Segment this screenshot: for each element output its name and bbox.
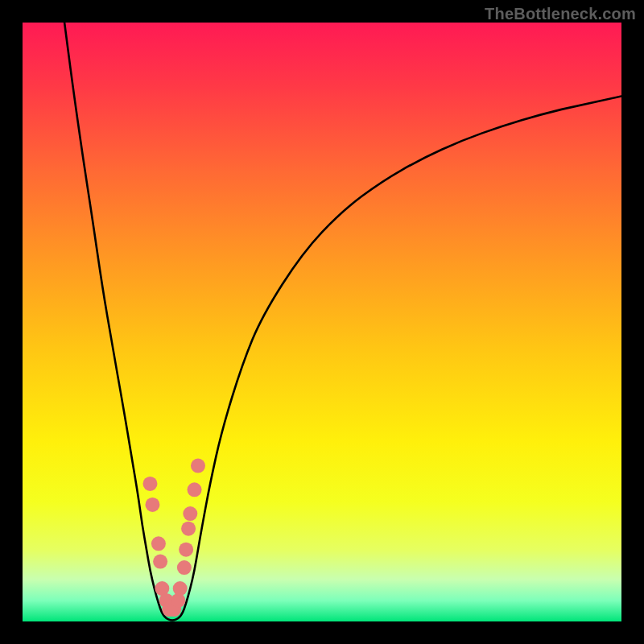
watermark-text: TheBottleneck.com xyxy=(485,5,636,23)
marker-dot xyxy=(191,459,205,473)
marker-dot xyxy=(181,522,196,536)
marker-dot xyxy=(173,581,188,596)
marker-dot xyxy=(179,543,193,557)
marker-dot xyxy=(151,536,166,551)
chart-svg xyxy=(23,23,621,621)
marker-dot xyxy=(177,560,192,575)
marker-dot xyxy=(142,477,157,491)
plot-area xyxy=(23,23,621,621)
marker-dot xyxy=(183,506,197,521)
marker-dot xyxy=(145,497,159,512)
marker-dot xyxy=(153,555,167,569)
marker-dot xyxy=(188,482,202,497)
gradient-background xyxy=(23,23,621,621)
chart-frame: TheBottleneck.com xyxy=(0,0,644,644)
